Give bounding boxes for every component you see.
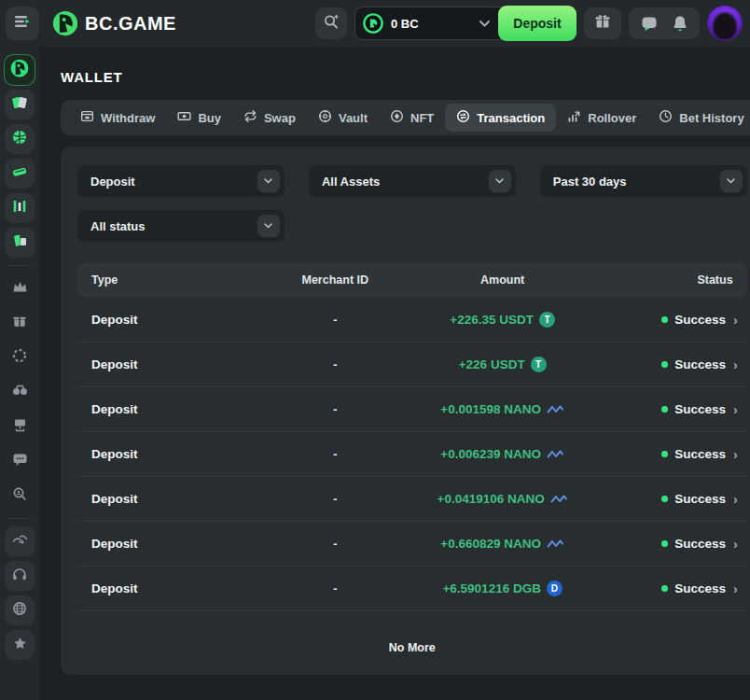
tab-withdraw[interactable]: Withdraw bbox=[69, 104, 166, 132]
sidebar-item-casino[interactable] bbox=[5, 90, 35, 119]
nano-coin-icon bbox=[547, 539, 564, 549]
menu-toggle-button[interactable] bbox=[6, 7, 39, 40]
racing-icon bbox=[11, 163, 28, 184]
headset-icon bbox=[12, 567, 27, 585]
amount-value: +6.5901216 DGB bbox=[442, 581, 540, 595]
row-amount: +0.001598 NANO bbox=[425, 402, 579, 416]
amount-value: +226 USDT bbox=[459, 357, 525, 371]
coin-icon-slot bbox=[547, 404, 564, 414]
chevron-right-icon: › bbox=[733, 581, 738, 596]
table-row[interactable]: Deposit - +0.0419106 NANO Success › bbox=[77, 477, 747, 522]
row-amount: +226 USDT T bbox=[425, 357, 579, 372]
usdt-coin-icon: T bbox=[539, 312, 555, 328]
sidebar-item-trading[interactable] bbox=[5, 193, 35, 223]
coin-icon-slot bbox=[550, 494, 568, 504]
left-sidebar bbox=[0, 47, 39, 700]
column-type: Type bbox=[77, 273, 244, 287]
nano-coin-icon bbox=[550, 494, 568, 504]
row-type: Deposit bbox=[77, 402, 244, 416]
tab-label: Buy bbox=[198, 111, 221, 125]
usdt-coin-icon: T bbox=[531, 357, 547, 372]
coin-icon-slot bbox=[547, 539, 564, 549]
tab-label: Bet History bbox=[679, 111, 743, 125]
main-content: WALLET Withdraw Buy Swap Vault NFT bbox=[39, 47, 750, 700]
tab-bet-history[interactable]: Bet History bbox=[647, 104, 750, 132]
sidebar-item-racing[interactable] bbox=[5, 159, 35, 189]
row-status[interactable]: Success › bbox=[579, 537, 746, 552]
row-merchant-id: - bbox=[244, 492, 425, 506]
sidebar-item-forum[interactable] bbox=[5, 446, 35, 476]
table-row[interactable]: Deposit - +0.001598 NANO Success › bbox=[77, 387, 747, 432]
amount-value: +226.35 USDT bbox=[450, 313, 534, 327]
row-status[interactable]: Success › bbox=[579, 402, 746, 417]
buy-icon bbox=[177, 109, 191, 126]
bonus-gift-icon bbox=[12, 314, 27, 332]
tab-rollover[interactable]: Rollover bbox=[556, 104, 647, 132]
bell-icon[interactable] bbox=[673, 15, 688, 32]
coin-icon-slot: D bbox=[547, 581, 562, 596]
tab-label: Rollover bbox=[588, 111, 636, 125]
row-merchant-id: - bbox=[244, 447, 425, 461]
row-status[interactable]: Success › bbox=[579, 357, 746, 372]
no-more-label: No More bbox=[77, 611, 747, 654]
page-title: WALLET bbox=[61, 69, 750, 85]
column-amount: Amount bbox=[425, 273, 579, 287]
success-dot-icon bbox=[661, 406, 668, 413]
deposit-button[interactable]: Deposit bbox=[498, 6, 576, 41]
transaction-panel: Deposit All Assets Past 30 days All stat… bbox=[61, 147, 750, 675]
period-dropdown[interactable]: Past 30 days bbox=[540, 165, 747, 197]
sidebar-item-home[interactable] bbox=[5, 55, 35, 85]
sidebar-item-vip[interactable] bbox=[5, 273, 35, 303]
status-text: Success bbox=[674, 447, 726, 461]
row-type: Deposit bbox=[77, 537, 244, 551]
wallet-tabbar: Withdraw Buy Swap Vault NFT Transaction bbox=[61, 100, 750, 135]
bc-coin-icon bbox=[363, 13, 383, 34]
tab-transaction[interactable]: Transaction bbox=[445, 104, 556, 132]
binoculars-icon bbox=[12, 384, 28, 400]
sidebar-item-spin[interactable] bbox=[5, 343, 35, 372]
table-row[interactable]: Deposit - +6.5901216 DGB D Success › bbox=[77, 567, 747, 611]
table-row[interactable]: Deposit - +226 USDT T Success › bbox=[77, 343, 747, 387]
filters: Deposit All Assets Past 30 days All stat… bbox=[77, 165, 747, 242]
chat-icon[interactable] bbox=[641, 16, 658, 32]
table-row[interactable]: Deposit - +226.35 USDT T Success › bbox=[77, 298, 747, 343]
asset-dropdown[interactable]: All Assets bbox=[309, 165, 516, 197]
table-row[interactable]: Deposit - +0.660829 NANO Success › bbox=[77, 522, 747, 567]
sidebar-item-language[interactable] bbox=[5, 595, 35, 625]
forum-chat-icon bbox=[12, 453, 28, 470]
rewards-button[interactable] bbox=[584, 7, 621, 39]
tab-buy[interactable]: Buy bbox=[166, 104, 232, 132]
sidebar-item-bonus[interactable] bbox=[5, 308, 35, 338]
tab-nft[interactable]: NFT bbox=[379, 104, 445, 132]
table-row[interactable]: Deposit - +0.006239 NANO Success › bbox=[77, 432, 747, 477]
row-status[interactable]: Success › bbox=[579, 492, 746, 507]
tab-label: NFT bbox=[410, 111, 434, 125]
gift-icon bbox=[594, 13, 611, 34]
sidebar-item-lottery[interactable] bbox=[5, 228, 35, 258]
wallet-balance-selector[interactable]: 0 BC Deposit bbox=[354, 7, 576, 40]
status-text: Success bbox=[674, 402, 726, 416]
sidebar-item-prediction[interactable] bbox=[5, 377, 35, 407]
transaction-type-dropdown[interactable]: Deposit bbox=[77, 165, 285, 197]
sidebar-divider bbox=[7, 265, 32, 266]
nft-icon bbox=[390, 109, 404, 126]
row-status[interactable]: Success › bbox=[579, 313, 746, 328]
search-button[interactable] bbox=[315, 7, 347, 39]
tab-swap[interactable]: Swap bbox=[232, 104, 307, 132]
sidebar-item-favorites[interactable] bbox=[5, 630, 35, 660]
amount-value: +0.0419106 NANO bbox=[438, 492, 545, 506]
hamburger-icon bbox=[14, 15, 31, 32]
brand-logo[interactable]: BC.GAME bbox=[52, 10, 176, 36]
sidebar-item-sponsorship[interactable] bbox=[5, 526, 35, 556]
row-status[interactable]: Success › bbox=[579, 447, 746, 462]
row-amount: +0.660829 NANO bbox=[425, 537, 579, 551]
user-avatar[interactable] bbox=[707, 6, 743, 41]
status-dropdown[interactable]: All status bbox=[77, 210, 285, 242]
tab-vault[interactable]: Vault bbox=[307, 104, 379, 132]
sidebar-item-affiliate[interactable] bbox=[5, 412, 35, 441]
coin-icon-slot bbox=[547, 449, 564, 459]
row-status[interactable]: Success › bbox=[579, 581, 746, 596]
sidebar-item-support[interactable] bbox=[5, 561, 35, 591]
sidebar-item-sports[interactable] bbox=[5, 124, 35, 154]
sidebar-item-provably-fair[interactable] bbox=[5, 481, 35, 511]
